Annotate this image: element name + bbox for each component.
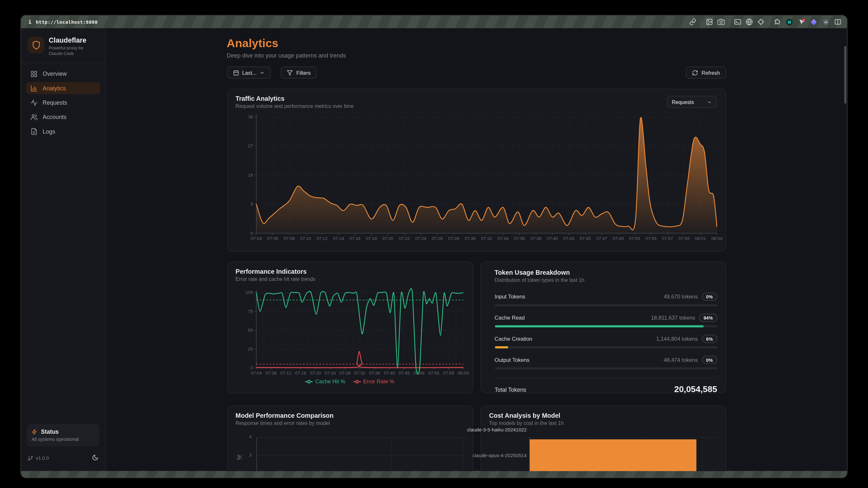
y-tick-label: 27: [248, 143, 253, 148]
divider: [769, 19, 770, 25]
svg-text:UD: UD: [824, 21, 827, 23]
sphere-icon[interactable]: [785, 18, 793, 26]
legend-marker-icon: [353, 379, 361, 384]
x-tick-label: 07:24: [415, 236, 426, 241]
terminal-icon[interactable]: [734, 18, 741, 25]
url-text[interactable]: http://localhost:8080: [36, 19, 97, 25]
address-bar[interactable]: i http://localhost:8080: [28, 19, 98, 25]
calendar-icon: [233, 69, 239, 76]
x-tick-label: 07:59: [443, 371, 454, 375]
x-tick-label: 07:16: [295, 371, 306, 375]
app-name: Claudeflare: [49, 36, 96, 44]
performance-indicators-card: Performance Indicators Error rate and ca…: [227, 261, 473, 393]
globe-icon[interactable]: [746, 18, 753, 25]
y-tick-label: 100: [245, 290, 253, 295]
scissors-icon: [237, 453, 243, 463]
traffic-chart[interactable]: 0918273607:0407:0607:0807:1007:1207:1407…: [227, 89, 727, 252]
sidebar-item-logs[interactable]: Logs: [26, 125, 100, 137]
x-tick-label: 07:12: [280, 371, 291, 375]
total-value: 20,054,585: [674, 384, 717, 395]
desktop: i http://localhost:8080 UD: [0, 0, 868, 488]
app-tagline: Powerful proxy for Claude Code: [49, 46, 96, 56]
total-tokens-row: Total Tokens 20,054,585: [495, 384, 717, 395]
token-bar-track: [495, 346, 717, 348]
x-tick-label: 07:45: [398, 371, 409, 375]
y-axis-line: [256, 437, 257, 471]
date-range-button[interactable]: Last...: [227, 66, 271, 78]
category-label: claude-3-5-haiku-20241022: [466, 427, 527, 433]
gem-icon[interactable]: [810, 18, 818, 26]
x-tick-label: 07:04: [250, 371, 262, 375]
screenshot-icon[interactable]: [706, 18, 713, 25]
token-count: 49,670 tokens: [664, 294, 698, 300]
card-title: Model Performance Comparison: [236, 412, 334, 419]
x-tick-label: 07:08: [266, 371, 276, 375]
sidebar-item-accounts[interactable]: Accounts: [26, 111, 100, 123]
token-usage-card: Token Usage Breakdown Distribution of to…: [480, 261, 726, 393]
cost-bar-haiku[interactable]: [529, 439, 696, 471]
funnel-icon: [287, 69, 293, 76]
token-row-cache-read: Cache Read 18,811,637 tokens94%: [495, 314, 717, 328]
performance-chart[interactable]: 025507510007:0407:0807:1207:1607:2007:24…: [227, 262, 474, 378]
shield-logo-icon: [28, 36, 44, 53]
token-count: 18,811,637 tokens: [651, 315, 695, 321]
browser-window: i http://localhost:8080 UD: [21, 15, 847, 478]
window-content: Claudeflare Powerful proxy for Claude Co…: [21, 28, 847, 471]
y-tick-label: 36: [248, 114, 253, 119]
legend-error-rate[interactable]: Error Rate %: [353, 378, 394, 384]
camera-icon[interactable]: [717, 18, 724, 25]
token-label: Output Tokens: [495, 357, 529, 363]
split-view-icon[interactable]: [834, 18, 841, 25]
sidebar-nav: Overview Analytics Requests Accounts: [21, 68, 105, 138]
shield-ud-icon[interactable]: UD: [822, 18, 830, 26]
legend-cache-hit[interactable]: Cache Hit %: [305, 378, 345, 384]
token-bar-fill: [495, 346, 508, 348]
toolbar: Last... Filters Refresh: [227, 66, 726, 78]
scrollbar-thumb[interactable]: [844, 46, 846, 104]
y-tick-label: 25: [248, 347, 253, 351]
token-count: 1,144,804 tokens: [656, 336, 698, 342]
x-tick-label: 07:34: [497, 236, 509, 241]
puzzle-icon[interactable]: [774, 18, 781, 25]
total-label: Total Tokens: [495, 386, 526, 393]
percent-badge: 0%: [702, 356, 717, 364]
gridline: [391, 437, 392, 471]
refresh-button[interactable]: Refresh: [686, 66, 726, 78]
theme-toggle-moon-icon[interactable]: [92, 453, 98, 463]
filters-button[interactable]: Filters: [281, 66, 317, 78]
x-tick-label: 07:10: [300, 236, 311, 241]
model-performance-card: Model Performance Comparison Response ti…: [227, 405, 473, 471]
token-label: Input Tokens: [495, 294, 525, 300]
cursor-flag-icon[interactable]: [798, 18, 806, 26]
bolt-icon: [32, 429, 38, 435]
x-tick-label: 07:32: [481, 236, 492, 241]
crosshair-icon[interactable]: [757, 18, 764, 25]
x-tick-label: 07:20: [382, 236, 393, 241]
chevron-down-icon: [260, 70, 265, 75]
x-tick-label: 07:14: [333, 236, 344, 241]
file-text-icon: [31, 128, 38, 135]
x-tick-label: 07:57: [662, 236, 673, 241]
x-tick-label: 07:12: [316, 236, 328, 241]
x-tick-label: 07:45: [580, 236, 591, 241]
traffic-analytics-card: Traffic Analytics Request volume and per…: [227, 89, 726, 252]
sidebar-item-analytics[interactable]: Analytics: [26, 82, 100, 94]
sidebar-item-overview[interactable]: Overview: [26, 68, 100, 80]
y-tick-label: 9: [250, 202, 253, 206]
x-tick-label: 07:28: [448, 236, 459, 241]
link-icon[interactable]: [689, 18, 696, 25]
sidebar-item-label: Logs: [42, 128, 55, 135]
token-bar-fill: [495, 325, 704, 327]
status-card: Status All systems operational: [27, 424, 100, 447]
percent-badge: 6%: [702, 335, 717, 343]
top-bar: i http://localhost:8080 UD: [21, 16, 847, 28]
sidebar-item-requests[interactable]: Requests: [26, 96, 100, 109]
gridline: [529, 437, 718, 438]
x-tick-label: 07:49: [612, 236, 623, 241]
x-tick-label: 07:36: [369, 371, 380, 375]
x-tick-label: 07:24: [324, 371, 336, 375]
x-tick-label: 07:20: [310, 371, 321, 375]
token-row-input: Input Tokens 49,670 tokens0%: [495, 293, 717, 307]
x-tick-label: 07:47: [596, 236, 607, 241]
card-title: Token Usage Breakdown: [495, 269, 717, 276]
